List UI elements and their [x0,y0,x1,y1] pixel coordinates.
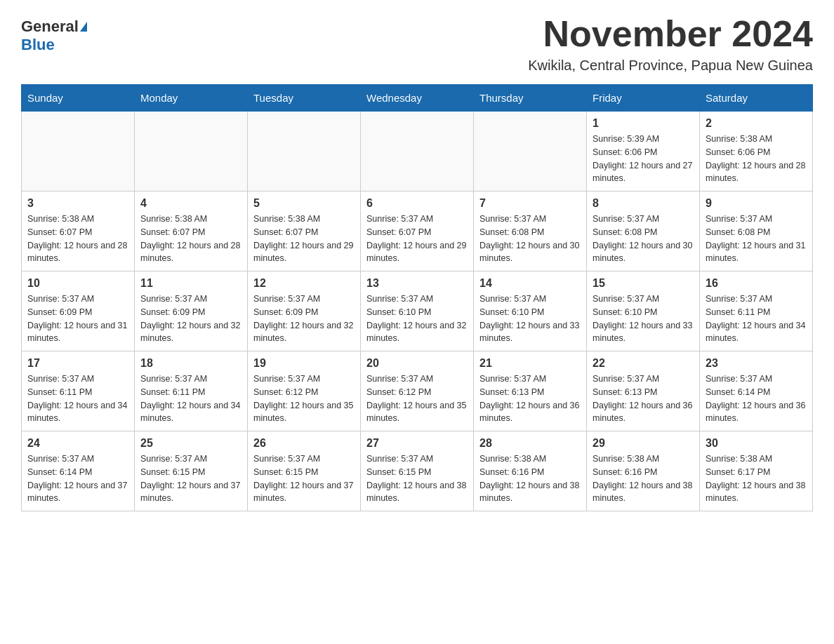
cell-day-number: 12 [253,277,355,290]
cell-sun-info: Sunrise: 5:37 AMSunset: 6:14 PMDaylight:… [706,373,807,425]
calendar-cell: 16Sunrise: 5:37 AMSunset: 6:11 PMDayligh… [700,271,813,351]
cell-day-number: 22 [593,357,694,370]
calendar-week-row: 10Sunrise: 5:37 AMSunset: 6:09 PMDayligh… [22,271,813,351]
cell-day-number: 16 [706,277,807,290]
calendar-body: 1Sunrise: 5:39 AMSunset: 6:06 PMDaylight… [22,112,813,511]
cell-day-number: 27 [366,437,468,450]
cell-day-number: 10 [27,277,128,290]
calendar-cell: 17Sunrise: 5:37 AMSunset: 6:11 PMDayligh… [22,351,135,431]
calendar-cell [22,112,135,192]
cell-sun-info: Sunrise: 5:37 AMSunset: 6:08 PMDaylight:… [593,213,694,265]
logo-blue: Blue [21,36,55,54]
calendar-cell: 28Sunrise: 5:38 AMSunset: 6:16 PMDayligh… [474,431,587,511]
day-header-wednesday: Wednesday [361,85,474,112]
calendar-cell: 4Sunrise: 5:38 AMSunset: 6:07 PMDaylight… [135,192,248,271]
cell-day-number: 19 [253,357,355,370]
calendar-cell: 21Sunrise: 5:37 AMSunset: 6:13 PMDayligh… [474,351,587,431]
calendar-cell [248,112,361,192]
cell-day-number: 11 [140,277,241,290]
cell-day-number: 3 [27,197,128,210]
calendar-cell: 26Sunrise: 5:37 AMSunset: 6:15 PMDayligh… [248,431,361,511]
calendar-cell: 12Sunrise: 5:37 AMSunset: 6:09 PMDayligh… [248,271,361,351]
logo-general: General [21,18,79,36]
cell-day-number: 28 [479,437,581,450]
cell-sun-info: Sunrise: 5:38 AMSunset: 6:17 PMDaylight:… [706,452,807,505]
calendar-cell: 23Sunrise: 5:37 AMSunset: 6:14 PMDayligh… [700,351,813,431]
cell-sun-info: Sunrise: 5:37 AMSunset: 6:13 PMDaylight:… [593,373,694,425]
cell-day-number: 15 [593,277,694,290]
calendar-cell: 13Sunrise: 5:37 AMSunset: 6:10 PMDayligh… [361,271,474,351]
location-title: Kwikila, Central Province, Papua New Gui… [528,58,813,74]
calendar-cell: 27Sunrise: 5:37 AMSunset: 6:15 PMDayligh… [361,431,474,511]
calendar-cell: 1Sunrise: 5:39 AMSunset: 6:06 PMDaylight… [587,112,700,192]
cell-sun-info: Sunrise: 5:38 AMSunset: 6:16 PMDaylight:… [479,452,581,505]
cell-day-number: 26 [253,437,355,450]
calendar-cell: 6Sunrise: 5:37 AMSunset: 6:07 PMDaylight… [361,192,474,271]
calendar-week-row: 1Sunrise: 5:39 AMSunset: 6:06 PMDaylight… [22,112,813,192]
calendar-week-row: 3Sunrise: 5:38 AMSunset: 6:07 PMDaylight… [22,192,813,271]
calendar-cell: 8Sunrise: 5:37 AMSunset: 6:08 PMDaylight… [587,192,700,271]
cell-day-number: 6 [366,197,468,210]
calendar-cell: 18Sunrise: 5:37 AMSunset: 6:11 PMDayligh… [135,351,248,431]
logo: General Blue [21,18,87,54]
calendar-cell: 3Sunrise: 5:38 AMSunset: 6:07 PMDaylight… [22,192,135,271]
cell-sun-info: Sunrise: 5:37 AMSunset: 6:10 PMDaylight:… [593,293,694,345]
cell-sun-info: Sunrise: 5:37 AMSunset: 6:14 PMDaylight:… [27,452,128,505]
calendar-cell: 22Sunrise: 5:37 AMSunset: 6:13 PMDayligh… [587,351,700,431]
calendar-week-row: 17Sunrise: 5:37 AMSunset: 6:11 PMDayligh… [22,351,813,431]
cell-sun-info: Sunrise: 5:38 AMSunset: 6:16 PMDaylight:… [593,452,694,505]
day-header-thursday: Thursday [474,85,587,112]
cell-sun-info: Sunrise: 5:37 AMSunset: 6:08 PMDaylight:… [706,213,807,265]
cell-sun-info: Sunrise: 5:37 AMSunset: 6:15 PMDaylight:… [253,452,355,505]
calendar-cell: 7Sunrise: 5:37 AMSunset: 6:08 PMDaylight… [474,192,587,271]
cell-sun-info: Sunrise: 5:37 AMSunset: 6:11 PMDaylight:… [706,293,807,345]
day-header-friday: Friday [587,85,700,112]
calendar-cell: 5Sunrise: 5:38 AMSunset: 6:07 PMDaylight… [248,192,361,271]
cell-sun-info: Sunrise: 5:37 AMSunset: 6:15 PMDaylight:… [140,452,241,505]
cell-sun-info: Sunrise: 5:37 AMSunset: 6:10 PMDaylight:… [479,293,581,345]
calendar-cell: 14Sunrise: 5:37 AMSunset: 6:10 PMDayligh… [474,271,587,351]
cell-sun-info: Sunrise: 5:38 AMSunset: 6:07 PMDaylight:… [27,213,128,265]
cell-day-number: 21 [479,357,581,370]
day-header-monday: Monday [135,85,248,112]
cell-day-number: 7 [479,197,581,210]
page-header: General Blue November 2024 Kwikila, Cent… [21,14,813,74]
cell-day-number: 29 [593,437,694,450]
day-header-sunday: Sunday [22,85,135,112]
cell-day-number: 25 [140,437,241,450]
cell-day-number: 24 [27,437,128,450]
logo-arrow-icon [80,22,87,32]
calendar-cell: 2Sunrise: 5:38 AMSunset: 6:06 PMDaylight… [700,112,813,192]
day-header-saturday: Saturday [700,85,813,112]
calendar-cell: 15Sunrise: 5:37 AMSunset: 6:10 PMDayligh… [587,271,700,351]
calendar-cell: 20Sunrise: 5:37 AMSunset: 6:12 PMDayligh… [361,351,474,431]
cell-sun-info: Sunrise: 5:37 AMSunset: 6:12 PMDaylight:… [253,373,355,425]
cell-sun-info: Sunrise: 5:37 AMSunset: 6:08 PMDaylight:… [479,213,581,265]
cell-sun-info: Sunrise: 5:37 AMSunset: 6:10 PMDaylight:… [366,293,468,345]
cell-sun-info: Sunrise: 5:37 AMSunset: 6:07 PMDaylight:… [366,213,468,265]
cell-sun-info: Sunrise: 5:37 AMSunset: 6:09 PMDaylight:… [253,293,355,345]
calendar-cell: 10Sunrise: 5:37 AMSunset: 6:09 PMDayligh… [22,271,135,351]
cell-sun-info: Sunrise: 5:37 AMSunset: 6:09 PMDaylight:… [140,293,241,345]
cell-sun-info: Sunrise: 5:38 AMSunset: 6:07 PMDaylight:… [140,213,241,265]
calendar-cell: 9Sunrise: 5:37 AMSunset: 6:08 PMDaylight… [700,192,813,271]
calendar-cell: 11Sunrise: 5:37 AMSunset: 6:09 PMDayligh… [135,271,248,351]
calendar-week-row: 24Sunrise: 5:37 AMSunset: 6:14 PMDayligh… [22,431,813,511]
cell-day-number: 18 [140,357,241,370]
cell-sun-info: Sunrise: 5:37 AMSunset: 6:11 PMDaylight:… [27,373,128,425]
cell-day-number: 8 [593,197,694,210]
cell-day-number: 17 [27,357,128,370]
cell-sun-info: Sunrise: 5:38 AMSunset: 6:06 PMDaylight:… [706,133,807,185]
cell-day-number: 1 [593,117,694,130]
cell-day-number: 20 [366,357,468,370]
calendar-cell: 24Sunrise: 5:37 AMSunset: 6:14 PMDayligh… [22,431,135,511]
calendar-cell: 19Sunrise: 5:37 AMSunset: 6:12 PMDayligh… [248,351,361,431]
calendar-cell: 25Sunrise: 5:37 AMSunset: 6:15 PMDayligh… [135,431,248,511]
cell-day-number: 30 [706,437,807,450]
title-block: November 2024 Kwikila, Central Province,… [528,14,813,74]
cell-day-number: 4 [140,197,241,210]
calendar-header-row: SundayMondayTuesdayWednesdayThursdayFrid… [22,85,813,112]
calendar-cell [474,112,587,192]
cell-day-number: 13 [366,277,468,290]
cell-day-number: 9 [706,197,807,210]
